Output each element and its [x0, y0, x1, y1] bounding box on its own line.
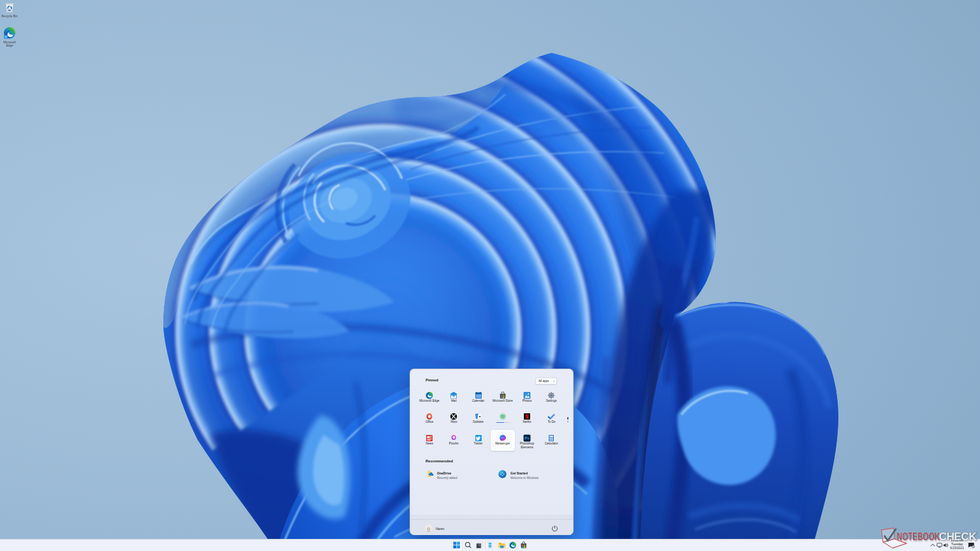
svg-text:NOTEBOOK: NOTEBOOK [897, 531, 940, 542]
svg-text:Ps: Ps [524, 436, 530, 440]
svg-text:CHECK: CHECK [939, 531, 977, 542]
